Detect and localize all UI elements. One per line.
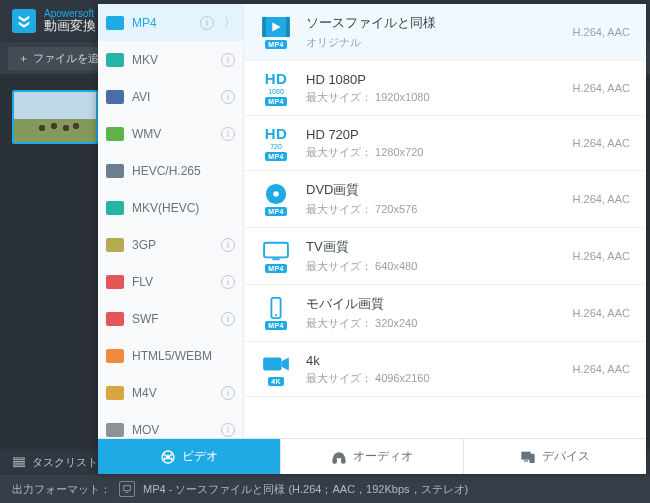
preset-sub: オリジナル bbox=[306, 35, 561, 50]
output-bar: 出力フォーマット： MP4 - ソースファイルと同様 (H.264；AAC，19… bbox=[0, 475, 650, 503]
format-item-m4v[interactable]: M4Vi bbox=[98, 374, 243, 411]
preset-sub: 最大サイズ： 320x240 bbox=[306, 316, 561, 331]
format-item-html5webm[interactable]: HTML5/WEBM bbox=[98, 337, 243, 374]
preset-item[interactable]: MP4モバイル画質最大サイズ： 320x240H.264, AAC bbox=[244, 285, 646, 342]
format-badge-icon bbox=[106, 16, 124, 30]
format-panel: MP4i〉MKViAVIiWMViHEVC/H.265MKV(HEVC)3GPi… bbox=[98, 4, 646, 474]
format-item-mkv[interactable]: MKVi bbox=[98, 41, 243, 78]
format-list[interactable]: MP4i〉MKViAVIiWMViHEVC/H.265MKV(HEVC)3GPi… bbox=[98, 4, 244, 438]
preset-badge: 4K bbox=[268, 377, 284, 386]
tab-video-label: ビデオ bbox=[182, 448, 218, 465]
tab-audio[interactable]: オーディオ bbox=[281, 439, 464, 474]
info-icon[interactable]: i bbox=[221, 275, 235, 289]
format-label: HEVC/H.265 bbox=[132, 164, 235, 178]
hd-icon: HD bbox=[265, 71, 288, 86]
app-logo-icon bbox=[12, 9, 36, 33]
svg-point-20 bbox=[170, 458, 172, 460]
format-badge-icon bbox=[106, 386, 124, 400]
info-icon[interactable]: i bbox=[221, 386, 235, 400]
format-badge-icon bbox=[106, 238, 124, 252]
format-label: HTML5/WEBM bbox=[132, 349, 235, 363]
preset-sub: 最大サイズ： 1280x720 bbox=[306, 145, 561, 160]
format-item-3gp[interactable]: 3GPi bbox=[98, 226, 243, 263]
format-badge-icon bbox=[106, 53, 124, 67]
format-label: MKV(HEVC) bbox=[132, 201, 235, 215]
info-icon[interactable]: i bbox=[221, 238, 235, 252]
preset-item[interactable]: MP4DVD画質最大サイズ： 720x576H.264, AAC bbox=[244, 171, 646, 228]
preset-item[interactable]: HD720MP4HD 720P最大サイズ： 1280x720H.264, AAC bbox=[244, 116, 646, 171]
info-icon[interactable]: i bbox=[221, 127, 235, 141]
preset-name: HD 720P bbox=[306, 127, 561, 142]
output-format-icon[interactable] bbox=[119, 481, 135, 497]
format-label: M4V bbox=[132, 386, 213, 400]
format-item-mp4[interactable]: MP4i〉 bbox=[98, 4, 243, 41]
format-label: AVI bbox=[132, 90, 213, 104]
preset-list[interactable]: MP4ソースファイルと同様オリジナルH.264, AACHD1080MP4HD … bbox=[244, 4, 646, 438]
svg-rect-22 bbox=[342, 458, 345, 463]
preset-codec: H.264, AAC bbox=[573, 82, 630, 94]
preset-badge: MP4 bbox=[265, 40, 286, 49]
device-icon bbox=[520, 449, 536, 465]
tab-device[interactable]: デバイス bbox=[464, 439, 646, 474]
preset-item[interactable]: 4K4k最大サイズ： 4096x2160H.264, AAC bbox=[244, 342, 646, 397]
svg-point-12 bbox=[275, 314, 277, 316]
audio-icon bbox=[331, 449, 347, 465]
preset-sub: 最大サイズ： 720x576 bbox=[306, 202, 561, 217]
preset-item[interactable]: MP4ソースファイルと同様オリジナルH.264, AAC bbox=[244, 4, 646, 61]
panel-tabs: ビデオ オーディオ デバイス bbox=[98, 438, 646, 474]
preset-codec: H.264, AAC bbox=[573, 250, 630, 262]
hd-icon: HD bbox=[265, 126, 288, 141]
format-item-wmv[interactable]: WMVi bbox=[98, 115, 243, 152]
format-badge-icon bbox=[106, 423, 124, 437]
preset-icon: HD1080MP4 bbox=[258, 71, 294, 105]
info-icon[interactable]: i bbox=[221, 312, 235, 326]
format-label: MOV bbox=[132, 423, 213, 437]
preset-badge: MP4 bbox=[265, 207, 286, 216]
svg-rect-6 bbox=[286, 16, 290, 36]
svg-rect-10 bbox=[272, 258, 279, 260]
svg-point-18 bbox=[170, 454, 172, 456]
preset-sub: 最大サイズ： 4096x2160 bbox=[306, 371, 561, 386]
preset-icon: MP4 bbox=[258, 15, 294, 49]
info-icon[interactable]: i bbox=[221, 53, 235, 67]
format-label: WMV bbox=[132, 127, 213, 141]
preset-sub: 最大サイズ： 1920x1080 bbox=[306, 90, 561, 105]
tab-audio-label: オーディオ bbox=[353, 448, 413, 465]
video-thumbnail[interactable] bbox=[12, 90, 98, 144]
format-badge-icon bbox=[106, 275, 124, 289]
output-value: MP4 - ソースファイルと同様 (H.264；AAC，192Kbps，ステレオ… bbox=[143, 482, 468, 497]
format-label: SWF bbox=[132, 312, 213, 326]
preset-item[interactable]: MP4TV画質最大サイズ： 640x480H.264, AAC bbox=[244, 228, 646, 285]
svg-point-19 bbox=[164, 458, 166, 460]
preset-codec: H.264, AAC bbox=[573, 307, 630, 319]
preset-name: ソースファイルと同様 bbox=[306, 14, 561, 32]
info-icon[interactable]: i bbox=[221, 90, 235, 104]
video-icon bbox=[160, 449, 176, 465]
format-badge-icon bbox=[106, 201, 124, 215]
preset-badge: MP4 bbox=[265, 152, 286, 161]
svg-rect-23 bbox=[522, 452, 530, 459]
format-item-mov[interactable]: MOVi bbox=[98, 411, 243, 438]
preset-name: 4k bbox=[306, 353, 561, 368]
format-item-hevch265[interactable]: HEVC/H.265 bbox=[98, 152, 243, 189]
svg-point-8 bbox=[273, 191, 279, 197]
format-item-mkvhevc[interactable]: MKV(HEVC) bbox=[98, 189, 243, 226]
svg-rect-9 bbox=[264, 242, 288, 257]
preset-codec: H.264, AAC bbox=[573, 193, 630, 205]
preset-codec: H.264, AAC bbox=[573, 26, 630, 38]
info-icon[interactable]: i bbox=[200, 16, 214, 30]
format-item-flv[interactable]: FLVi bbox=[98, 263, 243, 300]
svg-rect-13 bbox=[263, 357, 281, 370]
preset-codec: H.264, AAC bbox=[573, 363, 630, 375]
preset-name: TV画質 bbox=[306, 238, 561, 256]
preset-icon: MP4 bbox=[258, 239, 294, 273]
preset-sub: 最大サイズ： 640x480 bbox=[306, 259, 561, 274]
svg-rect-5 bbox=[262, 16, 266, 36]
preset-item[interactable]: HD1080MP4HD 1080P最大サイズ： 1920x1080H.264, … bbox=[244, 61, 646, 116]
tab-video[interactable]: ビデオ bbox=[98, 439, 281, 474]
info-icon[interactable]: i bbox=[221, 423, 235, 437]
tab-device-label: デバイス bbox=[542, 448, 590, 465]
format-item-avi[interactable]: AVIi bbox=[98, 78, 243, 115]
format-item-swf[interactable]: SWFi bbox=[98, 300, 243, 337]
svg-rect-0 bbox=[14, 458, 25, 460]
